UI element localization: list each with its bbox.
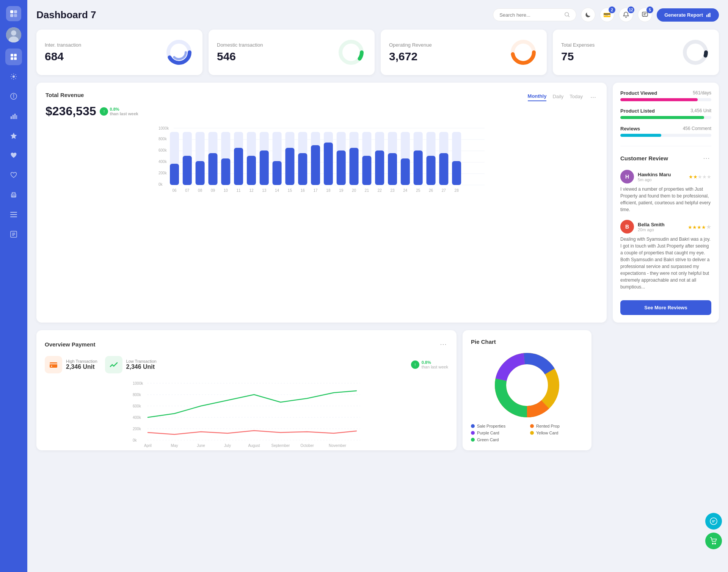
revenue-more-btn[interactable]: ··· [589,92,598,103]
sidebar-item-analytics[interactable] [5,108,22,124]
svg-text:06: 06 [172,188,177,193]
trend-label: than last week [110,111,138,116]
sidebar-item-heart[interactable] [5,147,22,164]
stars-1: ★★★★★ [689,173,711,180]
sidebar-item-heart2[interactable] [5,167,22,183]
svg-rect-64 [208,153,217,185]
progress-fill-2 [620,116,704,119]
revenue-tabs: Monthly Daily Today ··· [528,92,598,103]
tab-daily[interactable]: Daily [552,94,563,101]
line-chart-area: 1000k 800k 600k 400k 200k 0k [45,379,448,440]
review-more-btn[interactable]: ⋯ [701,152,711,164]
header-right: 💳 2 12 5 Generate Repor [493,8,719,22]
bottom-row: Overview Payment ⋯ High Transaction 2,34… [36,330,719,450]
search-bar[interactable] [493,8,576,21]
svg-text:13: 13 [262,188,267,193]
float-buttons [705,513,722,549]
svg-rect-68 [234,148,243,185]
svg-rect-86 [350,148,359,185]
svg-text:24: 24 [403,188,408,193]
notifications-btn-3[interactable]: 5 [638,8,652,22]
payment-trend-arrow: ↑ [411,360,419,369]
cart-float-btn[interactable] [705,533,722,549]
svg-text:20: 20 [352,188,356,193]
bar-chart-area: 1000k 800k 600k 400k 200k 0k 0 [46,124,598,185]
svg-point-154 [710,518,717,525]
svg-text:1000k: 1000k [133,381,143,386]
customer-review-header: Customer Review ⋯ [620,152,711,164]
high-transaction-item: High Transaction 2,346 Unit [45,356,97,373]
svg-point-156 [715,543,716,544]
metric-name-2: Product Listed [620,108,655,114]
svg-text:600k: 600k [133,404,141,408]
svg-point-38 [172,45,186,59]
progress-fill-1 [620,98,698,101]
low-transaction-icon [105,356,122,373]
donut-chart-1 [164,37,194,67]
metric-header-1: Product Viewed 561/days [620,90,711,96]
svg-text:11: 11 [237,188,241,193]
search-input[interactable] [499,12,562,18]
sidebar-item-info[interactable] [5,88,22,105]
metric-item-reviews: Reviews 456 Comment [620,126,711,137]
svg-point-153 [508,366,546,404]
search-icon [565,12,570,18]
svg-text:800k: 800k [158,137,167,141]
svg-rect-60 [183,156,192,185]
sidebar-item-favorites[interactable] [5,127,22,144]
avatar[interactable] [6,27,21,42]
legend-dot-yellow [530,431,534,435]
see-more-reviews-button[interactable]: See More Reviews [620,300,711,315]
stat-card-operating-revenue: Operating Revenue 3,672 [381,30,547,75]
review-text-1: I viewed a number of properties with Jus… [620,186,711,213]
svg-text:800k: 800k [133,393,141,397]
sidebar-item-list[interactable] [5,226,22,243]
pie-chart-title: Pie Chart [471,338,583,345]
reviewer-avatar-1: H [620,170,634,183]
svg-text:September: September [271,443,290,448]
stars-2: ★★★★★ [688,223,711,230]
payment-title: Overview Payment [45,341,95,348]
svg-rect-9 [11,57,13,60]
sidebar-logo[interactable] [6,6,21,21]
tab-today[interactable]: Today [570,94,583,101]
svg-text:600k: 600k [158,148,167,152]
tab-monthly[interactable]: Monthly [528,93,547,101]
svg-rect-15 [11,116,12,119]
stat-label-3: Operating Revenue [389,42,432,48]
metric-header-2: Product Listed 3,456 Unit [620,108,711,114]
svg-text:08: 08 [198,188,202,193]
notifications-btn-2[interactable]: 12 [619,8,633,22]
svg-text:400k: 400k [158,160,167,164]
svg-rect-82 [324,143,333,185]
dark-mode-toggle[interactable] [581,8,595,22]
sidebar-item-dashboard[interactable] [5,49,22,65]
stat-label-4: Total Expenses [561,42,595,48]
stat-value-1: 684 [45,50,81,63]
svg-text:21: 21 [365,188,369,193]
sidebar-item-settings[interactable] [5,68,22,85]
generate-report-button[interactable]: Generate Report [657,8,719,22]
svg-text:27: 27 [442,188,446,193]
donut-chart-3 [508,37,538,67]
svg-text:August: August [248,443,260,448]
payment-more-btn[interactable]: ⋯ [438,338,448,350]
svg-rect-72 [260,150,269,185]
chat-icon [642,12,648,18]
svg-rect-2 [10,14,13,17]
high-transaction-label: High Transaction [66,359,97,364]
donut-chart-4 [680,37,711,67]
progress-bar-3 [620,134,711,137]
svg-text:19: 19 [339,188,344,193]
stat-label-2: Domestic transaction [217,42,263,48]
sidebar-item-menu[interactable] [5,206,22,223]
svg-text:200k: 200k [158,171,167,175]
chat-float-btn[interactable] [705,513,722,530]
notifications-btn-1[interactable]: 💳 2 [600,8,614,22]
payment-trend-label: than last week [422,365,448,369]
svg-rect-22 [10,212,17,213]
svg-text:June: June [197,443,205,448]
reviewer-time-2: 20m ago [638,227,665,232]
header: Dashboard 7 💳 2 [36,8,719,22]
sidebar-item-print[interactable] [5,186,22,203]
